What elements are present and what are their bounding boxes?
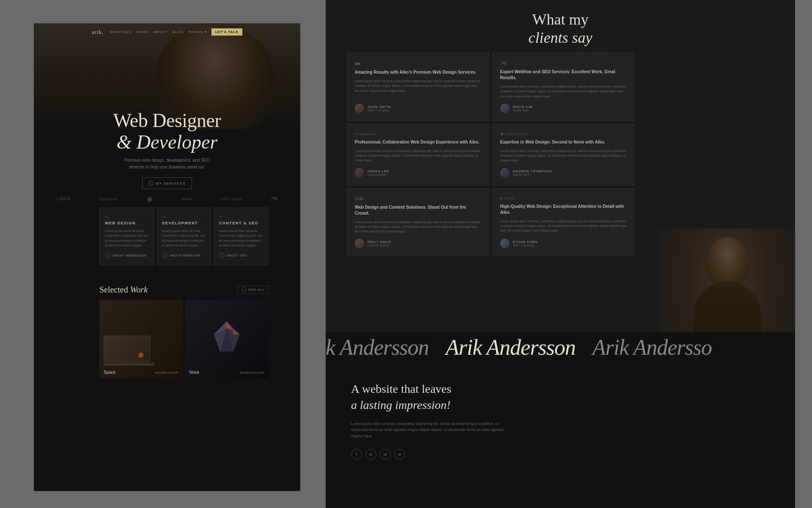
card-2-avatar xyxy=(500,104,510,113)
card-5-author: EMILY DAVIS Lead Art Director xyxy=(355,239,481,248)
work-tag-nova: WEBDESIGN xyxy=(240,371,264,375)
card-2-author-name: DAVID KIM xyxy=(513,105,533,109)
logo-item-5: LOGO ipsum xyxy=(220,197,242,201)
testimonials-grid: ■■ Amazing Results with Aiko's Premium W… xyxy=(347,53,634,256)
navbar: arik. SERVICES WORK ABOUT BLOG PAGES ▾ L… xyxy=(34,28,300,36)
service-title-1: WEB DESIGN xyxy=(105,221,149,225)
card-1-avatar xyxy=(355,104,364,113)
work-tag-space: WORKSHOP xyxy=(155,371,179,375)
card-5-icon: CoD xyxy=(355,196,481,201)
service-link-icon-1: → xyxy=(105,253,110,258)
service-num-2: 02 xyxy=(162,215,206,218)
service-link-label-2: ABOUT WEBFLOW xyxy=(170,254,200,257)
card-1-author: JOHN SMITH CEO / Company xyxy=(355,104,481,113)
nav-logo: arik. xyxy=(92,29,104,36)
card-4-icon: ▣ LOGOIPSUM xyxy=(500,132,627,136)
hero-cta-button[interactable]: → MY SERVICES xyxy=(142,177,192,189)
nav-item-work[interactable]: WORK xyxy=(136,30,149,34)
social-icon-instagram[interactable]: in xyxy=(365,449,376,460)
designer-desc: Lorem ipsum dolor sit amet, consectetur … xyxy=(351,421,512,440)
service-card-3: 03 CONTENT & SEO Lorem ipsum dolor sit a… xyxy=(214,207,269,265)
card-1-author-name: JOHN SMITH xyxy=(368,105,391,109)
service-card-2: 02 DEVELOPMENT Lorem ipsum dolor sit ame… xyxy=(156,207,211,265)
svg-marker-8 xyxy=(233,330,239,334)
card-3-title: Professional, Collaborative Web Design E… xyxy=(355,139,481,145)
card-1-icon: ■■ xyxy=(355,61,481,66)
name-scroll-bright: Arik Andersson xyxy=(446,335,593,360)
hero-title-line1: Web Designer xyxy=(34,110,300,132)
service-link-1[interactable]: → ABOUT WEBDESIGN xyxy=(105,253,149,258)
card-2-author: DAVID KIM Studio CEO xyxy=(500,104,627,113)
see-all-button[interactable]: → SEE ALL xyxy=(238,286,269,294)
social-icon-twitter[interactable]: tw xyxy=(380,449,391,460)
service-link-icon-3: → xyxy=(219,253,225,258)
work-label-space: Space xyxy=(104,370,115,375)
right-browser-panel: What my clients say Lorem ipsum dolor si… xyxy=(326,0,795,508)
card-5-author-role: Lead Art Director xyxy=(368,244,392,247)
work-section-header: Selected Work → SEE ALL xyxy=(99,285,269,295)
testimonial-card-4: ▣ LOGOIPSUM Expertise in Web Design: Sec… xyxy=(492,124,635,185)
nav-item-services[interactable]: SERVICES xyxy=(110,30,132,34)
nav-item-about[interactable]: ABOUT xyxy=(154,30,168,34)
card-3-body: Lorem ipsum dolor sit amet, consectetur … xyxy=(355,149,481,163)
card-6-avatar xyxy=(500,239,510,248)
service-num-1: 01 xyxy=(105,215,149,218)
logo-strip: LOGO logoipsum ◉ ∞∞∞ LOGO ipsum ↗N xyxy=(42,195,292,203)
nav-item-pages[interactable]: PAGES ▾ xyxy=(189,30,207,34)
logo-item-6: ↗N xyxy=(270,196,277,202)
card-3-avatar xyxy=(355,168,364,177)
nav-item-blog[interactable]: BLOG xyxy=(173,30,184,34)
card-3-author-name: KAREN LEE xyxy=(368,169,389,173)
card-4-body: Lorem ipsum dolor sit amet, consectetur … xyxy=(500,149,627,163)
hero-text-block: Web Designer & Developer Premium web des… xyxy=(34,110,300,189)
service-link-2[interactable]: → ABOUT WEBFLOW xyxy=(162,253,206,258)
gem-visual xyxy=(210,319,244,355)
card-4-author-role: Agency CEO xyxy=(513,173,553,176)
designer-text: A website that leaves a lasting impressi… xyxy=(326,362,533,508)
person-head xyxy=(706,237,749,286)
card-6-author: ETHAN CHEN CEO / Company xyxy=(500,239,627,248)
service-desc-1: Lorem ipsum dolor sit amet, consectetur … xyxy=(105,229,149,248)
card-4-title: Expertise in Web Design: Second to None … xyxy=(500,139,627,145)
social-icon-dribbble[interactable]: dr xyxy=(394,449,405,460)
hero-cta-icon: → xyxy=(148,181,154,186)
card-1-author-role: CEO / Company xyxy=(368,109,391,112)
card-6-icon: ■ LOGO xyxy=(500,196,627,200)
services-grid: 01 WEB DESIGN Lorem ipsum dolor sit amet… xyxy=(99,207,269,265)
work-label-nova: Nova xyxy=(189,370,199,375)
testimonial-card-3: ✦ logoipsum Professional, Collaborative … xyxy=(347,124,489,185)
card-6-body: Lorem ipsum dolor sit amet, consectetur … xyxy=(500,219,627,234)
card-5-title: Web Design and Content Solutions: Stand … xyxy=(355,204,481,216)
card-4-author-name: ANDREW THOMPSON xyxy=(513,169,553,173)
work-card-space[interactable]: Space WORKSHOP xyxy=(99,300,183,378)
card-5-avatar xyxy=(355,239,364,248)
service-link-label-1: ABOUT WEBDESIGN xyxy=(112,254,147,257)
card-6-author-role: CEO / Company xyxy=(513,244,538,247)
nav-items: SERVICES WORK ABOUT BLOG PAGES ▾ LET'S T… xyxy=(110,28,242,36)
logo-item-1: LOGO xyxy=(57,196,71,201)
hero-subtitle: Premium web design, development, and SEO… xyxy=(34,157,300,171)
card-2-body: Lorem ipsum dolor sit amet, consectetur … xyxy=(500,84,627,99)
name-scroll-dim2: Arik Andersso xyxy=(593,335,729,360)
work-section-title: Selected Work xyxy=(99,285,148,295)
social-icons-row: f in tw dr xyxy=(351,449,512,460)
service-num-3: 03 xyxy=(219,215,263,218)
nav-cta-button[interactable]: LET'S TALK xyxy=(211,28,242,36)
see-all-icon: → xyxy=(241,287,246,292)
card-6-author-name: ETHAN CHEN xyxy=(513,240,538,244)
work-card-nova[interactable]: Nova WEBDESIGN xyxy=(185,300,269,378)
card-2-icon: ↗N xyxy=(500,61,627,66)
service-link-3[interactable]: → ABOUT SEO xyxy=(219,253,263,258)
testimonial-card-5: CoD Web Design and Content Solutions: St… xyxy=(347,188,489,257)
work-grid: Space WORKSHOP xyxy=(99,300,269,378)
card-3-icon: ✦ logoipsum xyxy=(355,132,481,136)
social-icon-facebook[interactable]: f xyxy=(351,449,362,460)
hero-cta-label: MY SERVICES xyxy=(156,182,186,185)
designer-tagline: A website that leaves a lasting impressi… xyxy=(351,381,512,413)
see-all-label: SEE ALL xyxy=(248,288,265,292)
card-4-avatar xyxy=(500,168,510,177)
card-5-author-name: EMILY DAVIS xyxy=(368,240,392,244)
card-2-author-role: Studio CEO xyxy=(513,109,533,112)
card-1-title: Amazing Results with Aiko's Premium Web … xyxy=(355,69,481,75)
card-3-author: KAREN LEE Lead Designer xyxy=(355,168,481,177)
